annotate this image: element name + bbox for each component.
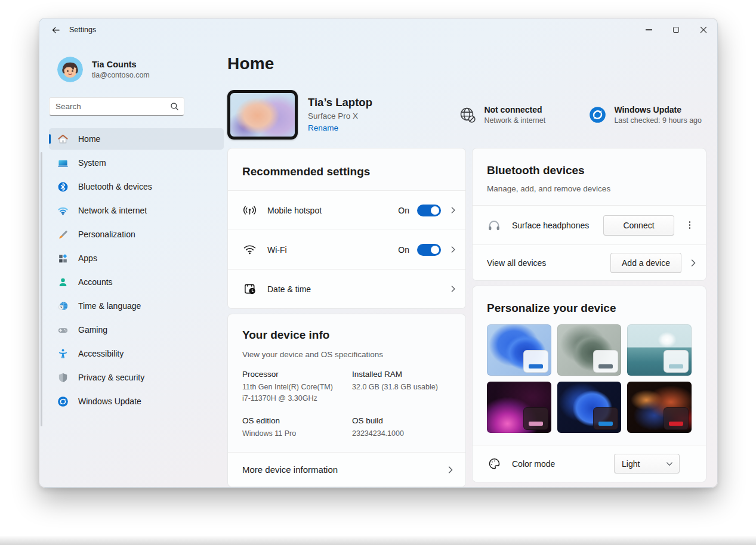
add-device-button[interactable]: Add a device (610, 253, 681, 273)
maximize-button[interactable] (662, 18, 690, 41)
connect-button[interactable]: Connect (603, 215, 674, 236)
theme-preview-overlay (523, 350, 548, 373)
color-mode-row: Color mode Light (473, 445, 706, 482)
sidebar-item-label: Home (78, 134, 100, 144)
sidebar-item-accessibility[interactable]: Accessibility (49, 343, 224, 364)
sidebar-item-label: Gaming (78, 325, 107, 335)
bluetooth-device-row: Surface headphones Connect (473, 205, 706, 244)
time-language-icon (57, 300, 69, 312)
back-button[interactable] (47, 22, 64, 38)
spec-value: 11th Gen Intel(R) Core(TM) i7-11370H @ 3… (242, 382, 352, 404)
search-input[interactable] (55, 102, 170, 111)
view-all-devices-label: View all devices (487, 258, 546, 268)
color-mode-value: Light (622, 459, 666, 469)
spec-value: 32.0 GB (31.8 GB usable) (352, 382, 451, 393)
card-subtitle: Manage, add, and remove devices (487, 184, 692, 193)
spec-os-edition: OS edition Windows 11 Pro (242, 416, 352, 439)
chevron-right-icon (449, 246, 457, 254)
chevron-right-icon (689, 259, 698, 267)
wifi-icon (242, 243, 257, 257)
close-button[interactable] (690, 18, 717, 41)
titlebar: Settings (39, 18, 717, 41)
rename-link[interactable]: Rename (308, 123, 338, 132)
personalize-card: Personalize your device (472, 286, 706, 482)
close-icon (700, 26, 707, 33)
sidebar-item-privacy-security[interactable]: Privacy & security (49, 367, 224, 388)
more-device-info-row[interactable]: More device information (228, 452, 465, 487)
mobile-hotspot-toggle[interactable] (417, 205, 441, 216)
color-mode-select[interactable]: Light (614, 454, 680, 473)
spec-value: Windows 11 Pro (242, 428, 352, 439)
row-label: Mobile hotspot (267, 206, 322, 215)
profile-name: Tia Counts (92, 60, 150, 69)
sidebar-item-system[interactable]: System (49, 152, 224, 174)
sidebar-item-gaming[interactable]: Gaming (49, 319, 224, 340)
sidebar-item-label: Network & internet (78, 206, 147, 215)
status-tile-windows-update[interactable]: Windows Update Last checked: 9 hours ago (588, 105, 702, 125)
sidebar-item-home[interactable]: Home (49, 128, 224, 150)
theme-thumbnail-purple-crescent-dark[interactable] (487, 382, 551, 433)
row-wifi[interactable]: Wi-Fi On (228, 230, 465, 269)
sidebar-nav: Home System Bluetooth & devices (49, 128, 224, 412)
windows-update-status-icon (588, 106, 606, 123)
theme-thumbnail-sage-bloom-light[interactable] (557, 324, 622, 376)
sidebar-item-bluetooth-devices[interactable]: Bluetooth & devices (49, 176, 224, 197)
view-all-devices-row[interactable]: View all devices Add a device (473, 244, 706, 280)
device-thumbnail (227, 90, 298, 140)
sidebar-item-label: Time & language (78, 301, 141, 311)
search-box (49, 97, 184, 116)
more-options-button[interactable] (682, 218, 698, 233)
row-date-time[interactable]: Date & time (228, 269, 465, 308)
row-label: Wi-Fi (267, 245, 287, 255)
status-tile-network[interactable]: Not connected Network & internet (458, 105, 561, 125)
toggle-state-label: On (398, 245, 409, 255)
sidebar-scrollbar[interactable] (41, 152, 42, 426)
spec-value: 23234234.1000 (352, 428, 451, 439)
spec-label: OS build (352, 416, 451, 425)
accounts-icon (57, 276, 69, 288)
more-device-info-label: More device information (242, 465, 338, 475)
sidebar-item-windows-update[interactable]: Windows Update (49, 391, 224, 412)
toggle-state-label: On (398, 206, 409, 215)
minimize-button[interactable] (635, 18, 662, 41)
row-mobile-hotspot[interactable]: Mobile hotspot On (228, 190, 465, 230)
sidebar-item-label: Windows Update (78, 397, 141, 406)
device-name: Tia’s Laptop (308, 96, 372, 109)
sidebar-item-accounts[interactable]: Accounts (49, 271, 224, 293)
spec-ram: Installed RAM 32.0 GB (31.8 GB usable) (352, 370, 451, 404)
spec-label: Installed RAM (352, 370, 451, 379)
recommended-settings-card: Recommended settings Mobile hotspot On (227, 148, 466, 309)
sidebar-item-network-internet[interactable]: Network & internet (49, 200, 224, 221)
profile-email: tia@contoso.com (92, 71, 150, 79)
theme-thumbnail-sunrise-beach-light[interactable] (627, 324, 692, 376)
color-mode-label: Color mode (512, 459, 555, 469)
card-title: Your device info (242, 329, 451, 342)
chevron-right-icon (449, 206, 457, 215)
status-title: Not connected (484, 105, 545, 114)
theme-thumbnail-windows-bloom-dark[interactable] (557, 382, 622, 433)
sidebar-item-apps[interactable]: Apps (49, 247, 224, 269)
apps-icon (57, 252, 69, 264)
sidebar-item-time-language[interactable]: Time & language (49, 295, 224, 317)
row-label: Date & time (267, 284, 311, 294)
datetime-icon (242, 282, 257, 296)
theme-thumbnail-windows-bloom-light[interactable] (487, 324, 551, 376)
spec-label: Processor (242, 370, 352, 379)
windows-update-icon (57, 395, 69, 407)
page-title: Home (227, 54, 706, 73)
system-icon (57, 157, 69, 169)
sidebar-item-label: Privacy & security (78, 373, 144, 382)
wifi-toggle[interactable] (417, 244, 441, 256)
bluetooth-icon (57, 181, 69, 193)
theme-thumbnail-abstract-flow-dark[interactable] (627, 382, 692, 433)
sidebar-item-label: System (78, 158, 106, 168)
sidebar-item-personalization[interactable]: Personalization (49, 224, 224, 245)
bluetooth-device-name: Surface headphones (512, 221, 589, 230)
network-icon (57, 205, 69, 216)
avatar (57, 57, 83, 82)
bluetooth-devices-card: Bluetooth devices Manage, add, and remov… (472, 148, 706, 281)
theme-preview-overlay (664, 350, 689, 373)
back-arrow-icon (51, 26, 60, 35)
sidebar-item-label: Accounts (78, 277, 113, 287)
card-subtitle: View your device and OS specifications (242, 350, 451, 359)
